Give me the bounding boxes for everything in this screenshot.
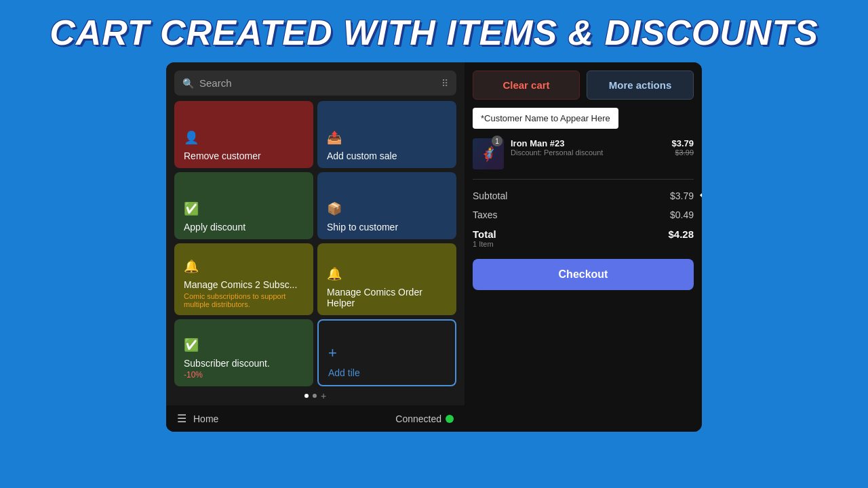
ship-to-customer-icon: 📦 xyxy=(327,201,447,216)
tile-ship-to-customer[interactable]: 📦 Ship to customer xyxy=(317,172,456,239)
manage-comics-helper-icon: 🔔 xyxy=(327,266,447,281)
banner: CART CREATED WITH ITEMS & DISCOUNTS xyxy=(0,0,868,62)
hamburger-icon[interactable]: ☰ xyxy=(177,412,186,425)
total-sub-label: 1 Item xyxy=(473,240,496,248)
grid-icon: ⠿ xyxy=(441,78,448,89)
bottom-nav: ☰ Home Connected xyxy=(166,405,465,432)
subscriber-discount-label: Subscriber discount. xyxy=(184,358,304,369)
pagination: + xyxy=(166,386,465,405)
taxes-row: Taxes $0.49 xyxy=(473,205,694,224)
tiles-grid: 👤 Remove customer 📤 Add custom sale ✅ Ap… xyxy=(166,101,465,386)
search-icon: 🔍 xyxy=(182,78,194,89)
apply-discount-label: Apply discount xyxy=(184,222,304,232)
taxes-value: $0.49 xyxy=(670,209,694,220)
manage-comics2-sub: Comic subscriptions to support multiple … xyxy=(184,292,304,308)
manage-comics2-label: Manage Comics 2 Subsc... xyxy=(184,279,304,290)
clear-cart-button[interactable]: Clear cart xyxy=(473,70,580,100)
app-container: 🔍 Search ⠿ 👤 Remove customer 📤 Add custo… xyxy=(166,62,702,432)
item-price-original: $3.99 xyxy=(671,148,694,157)
pagination-add[interactable]: + xyxy=(321,390,326,401)
ship-to-customer-label: Ship to customer xyxy=(327,222,447,232)
connected-label: Connected xyxy=(395,413,441,424)
apply-discount-icon: ✅ xyxy=(184,201,304,216)
subtotal-value: $3.79 xyxy=(670,190,694,201)
manage-comics2-icon: 🔔 xyxy=(184,259,304,274)
taxes-label: Taxes xyxy=(473,209,498,220)
cart-item: 🦸 1 Iron Man #23 Discount: Personal disc… xyxy=(473,138,694,169)
item-price: $3.79 $3.99 xyxy=(671,138,694,157)
right-panel: Clear cart More actions *Customer Name t… xyxy=(465,62,702,432)
totals: Subtotal $3.79 Taxes $0.49 Total 1 Item … xyxy=(473,179,694,252)
remove-customer-icon: 👤 xyxy=(184,130,304,145)
home-label: Home xyxy=(193,413,218,424)
subscriber-discount-icon: ✅ xyxy=(184,338,304,352)
item-quantity-badge: 1 xyxy=(492,136,502,146)
tile-remove-customer[interactable]: 👤 Remove customer xyxy=(174,101,313,168)
item-info: Iron Man #23 Discount: Personal discount xyxy=(511,138,665,157)
total-value: $4.28 xyxy=(668,228,694,248)
total-label-group: Total 1 Item xyxy=(473,228,496,248)
tile-manage-comics2[interactable]: 🔔 Manage Comics 2 Subsc... Comic subscri… xyxy=(174,243,313,315)
subtotal-label: Subtotal xyxy=(473,190,507,201)
tile-manage-comics-helper[interactable]: 🔔 Manage Comics Order Helper xyxy=(317,243,456,315)
manage-comics-helper-label: Manage Comics Order Helper xyxy=(327,287,447,308)
item-discount-label: Discount: Personal discount xyxy=(511,148,665,157)
add-custom-sale-icon: 📤 xyxy=(327,130,447,145)
pagination-dot-2 xyxy=(313,394,317,398)
more-actions-button[interactable]: More actions xyxy=(587,70,694,100)
action-buttons: Clear cart More actions xyxy=(473,70,694,100)
item-name: Iron Man #23 xyxy=(511,138,665,148)
checkout-button[interactable]: Checkout xyxy=(473,259,694,290)
banner-title: CART CREATED WITH ITEMS & DISCOUNTS xyxy=(27,12,841,53)
add-custom-sale-label: Add custom sale xyxy=(327,150,447,161)
total-label: Total xyxy=(473,228,496,240)
nav-connected: Connected xyxy=(395,413,454,424)
connected-dot-icon xyxy=(446,415,454,423)
search-input[interactable]: Search xyxy=(199,77,436,89)
total-row: Total 1 Item $4.28 xyxy=(473,224,694,252)
item-price-current: $3.79 xyxy=(671,138,694,148)
subtotal-row: Subtotal $3.79 xyxy=(473,186,694,205)
subscriber-discount-pct: -10% xyxy=(184,370,304,380)
left-panel: 🔍 Search ⠿ 👤 Remove customer 📤 Add custo… xyxy=(166,62,465,432)
add-tile-label: Add tile xyxy=(328,367,446,378)
nav-home[interactable]: ☰ Home xyxy=(177,412,218,425)
tile-apply-discount[interactable]: ✅ Apply discount xyxy=(174,172,313,239)
tile-add-custom-sale[interactable]: 📤 Add custom sale xyxy=(317,101,456,168)
tile-add[interactable]: + Add tile xyxy=(317,319,456,386)
search-bar[interactable]: 🔍 Search ⠿ xyxy=(174,70,456,96)
tile-subscriber-discount[interactable]: ✅ Subscriber discount. -10% xyxy=(174,319,313,386)
add-tile-icon: + xyxy=(328,344,446,362)
customer-name-field: *Customer Name to Appear Here xyxy=(473,108,618,129)
remove-customer-label: Remove customer xyxy=(184,150,304,161)
pagination-dot-1 xyxy=(304,394,309,398)
